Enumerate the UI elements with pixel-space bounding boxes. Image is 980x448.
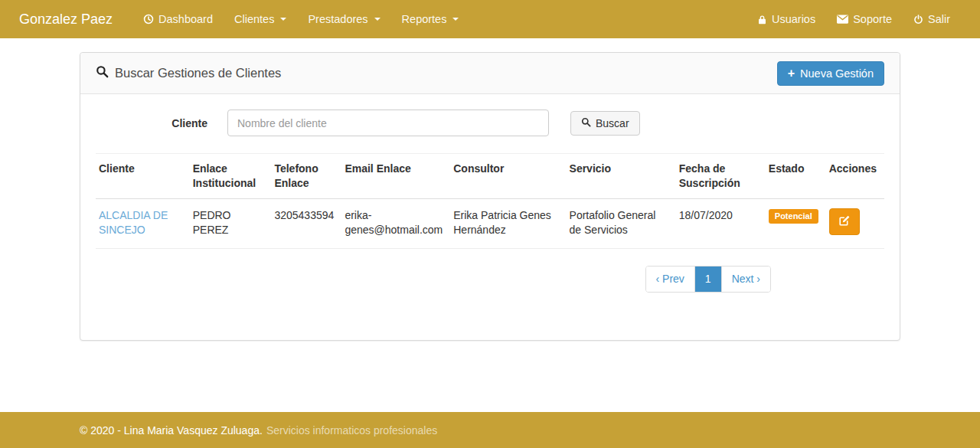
nav-item-label: Clientes [234,13,274,25]
card-header: Buscar Gestiones de Clientes + Nueva Ges… [80,53,900,94]
main-content: Buscar Gestiones de Clientes + Nueva Ges… [0,38,980,412]
table-row: ALCALDIA DE SINCEJO PEDRO PEREZ 32054335… [96,198,884,248]
nav-item-label: Usuarios [772,13,815,25]
nav-item-reportes[interactable]: Reportes [391,0,470,38]
cell-consultor: Erika Patricia Genes Hernández [450,198,566,248]
table-header-row: Cliente Enlace Institucional Telefono En… [96,154,884,199]
page: Gonzalez Paez Dashboard Clientes Prestad… [0,0,980,448]
search-icon [96,65,109,81]
edit-icon [838,214,851,229]
plus-icon: + [788,67,795,80]
column-header-enlace-institucional: Enlace Institucional [190,154,272,199]
column-header-estado: Estado [766,154,826,199]
nueva-gestion-button[interactable]: + Nueva Gestión [777,61,884,86]
column-header-email-enlace: Email Enlace [341,154,450,199]
footer-tagline: Servicios informaticos profesionales [266,424,437,437]
card-body: Cliente Buscar Cliente Enlace Inst [80,94,900,340]
cliente-search-input[interactable] [227,110,549,136]
nav-item-salir[interactable]: Salir [903,0,961,38]
nav-right-menu: Usuarios Soporte Salir [746,0,961,38]
cliente-field-label: Cliente [96,117,227,129]
nav-item-usuarios[interactable]: Usuarios [746,0,826,38]
nav-item-label: Reportes [402,13,447,25]
gestiones-card: Buscar Gestiones de Clientes + Nueva Ges… [80,52,900,341]
pagination-next[interactable]: Next › [722,267,770,293]
page-title: Buscar Gestiones de Clientes [96,65,281,81]
nav-item-label: Prestadores [308,13,368,25]
search-form: Cliente Buscar [96,110,884,136]
chevron-down-icon [280,18,286,21]
nav-item-clientes[interactable]: Clientes [224,0,297,38]
page-title-text: Buscar Gestiones de Clientes [115,66,281,80]
nav-menu: Dashboard Clientes Prestadores Reportes [132,0,469,38]
cell-acciones [826,198,884,248]
column-header-acciones: Acciones [826,154,884,199]
power-icon [913,15,923,25]
nav-item-prestadores[interactable]: Prestadores [297,0,390,38]
pagination-container: ‹ Prev 1 Next › [96,266,771,293]
dashboard-icon [143,14,154,25]
chevron-down-icon [452,18,459,21]
buscar-button[interactable]: Buscar [570,111,640,136]
footer-copyright: © 2020 - Lina Maria Vasquez Zuluaga. [80,424,263,437]
nav-item-label: Salir [928,13,950,25]
lock-icon [757,15,767,25]
column-header-consultor: Consultor [450,154,566,199]
cell-fecha-suscripcion: 18/07/2020 [676,198,766,248]
nav-item-label: Soporte [853,13,892,25]
cell-email-enlace: erika-genes@hotmail.com [341,198,450,248]
column-header-telefono-enlace: Telefono Enlace [271,154,341,199]
pagination-prev[interactable]: ‹ Prev [646,267,695,293]
edit-action-button[interactable] [829,208,860,235]
status-badge: Potencial [769,209,818,224]
pagination-page-1[interactable]: 1 [695,267,722,293]
cliente-link[interactable]: ALCALDIA DE SINCEJO [99,209,168,236]
search-icon [581,117,591,129]
chevron-down-icon [374,18,381,21]
column-header-fecha-suscripcion: Fecha de Suscripción [676,154,766,199]
cell-cliente: ALCALDIA DE SINCEJO [96,198,190,248]
cell-telefono-enlace: 3205433594 [271,198,341,248]
nav-item-soporte[interactable]: Soporte [826,0,903,38]
buscar-button-label: Buscar [596,117,629,129]
envelope-icon [837,15,848,24]
column-header-cliente: Cliente [96,154,190,199]
cell-estado: Potencial [766,198,826,248]
footer: © 2020 - Lina Maria Vasquez Zuluaga. Ser… [0,412,980,448]
top-navbar: Gonzalez Paez Dashboard Clientes Prestad… [0,0,980,38]
gestiones-table: Cliente Enlace Institucional Telefono En… [96,153,884,249]
nav-item-label: Dashboard [158,13,213,25]
column-header-servicio: Servicio [567,154,676,199]
cell-servicio: Portafolio General de Servicios [567,198,676,248]
nav-item-dashboard[interactable]: Dashboard [132,0,224,38]
brand-link[interactable]: Gonzalez Paez [19,11,113,28]
nueva-gestion-label: Nueva Gestión [800,67,874,80]
cell-enlace-institucional: PEDRO PEREZ [190,198,272,248]
pagination: ‹ Prev 1 Next › [645,266,771,293]
